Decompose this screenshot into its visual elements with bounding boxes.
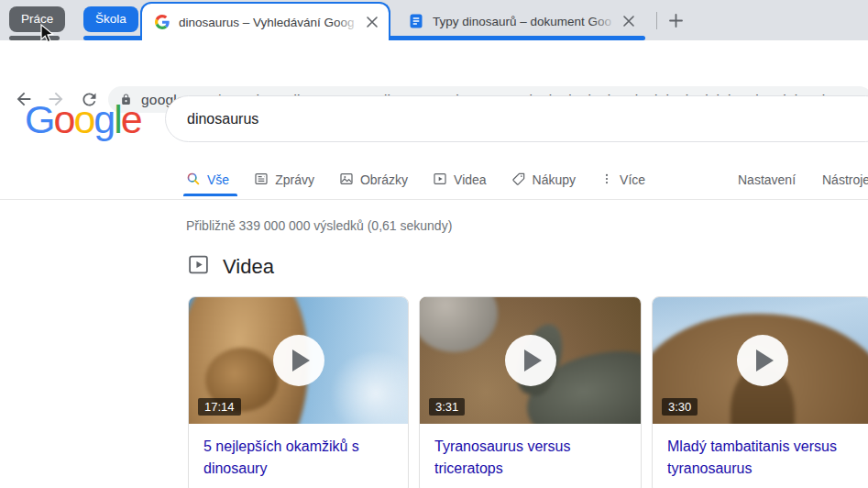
news-icon — [254, 172, 269, 189]
tab-vse[interactable]: Vše — [186, 172, 229, 189]
tab-title: Typy dinosaurů – dokument Goo — [433, 15, 616, 28]
video-thumbnail[interactable]: 3:31 — [420, 297, 641, 424]
shopping-tag-icon — [511, 172, 526, 189]
tab-separator — [656, 12, 657, 29]
settings-link[interactable]: Nastavení — [738, 172, 796, 187]
play-button-icon[interactable] — [273, 335, 324, 386]
new-tab-button[interactable] — [665, 10, 686, 30]
video-card: 3:31 Tyranosaurus versus triceratops — [419, 296, 642, 488]
tab-strip: Práce Škola dinosaurus – Vyhledávání Goo… — [0, 0, 868, 40]
tools-link[interactable]: Nástroje — [822, 172, 868, 187]
tab-label: Nákupy — [533, 172, 576, 187]
tab-group-prace-chip[interactable]: Práce — [9, 6, 65, 32]
google-logo[interactable]: Google — [25, 97, 141, 142]
images-icon — [339, 172, 354, 189]
tab-label: Více — [620, 172, 645, 187]
play-button-icon[interactable] — [737, 335, 788, 386]
logo-letter: o — [73, 97, 93, 142]
result-stats: Přibližně 339 000 000 výsledků (0,61 sek… — [186, 218, 452, 233]
videos-icon — [433, 172, 447, 189]
logo-letter: o — [53, 97, 73, 142]
more-dots-icon — [600, 172, 613, 189]
play-button-icon[interactable] — [505, 335, 556, 386]
video-section-icon — [187, 253, 210, 280]
tab-google-docs[interactable]: Typy dinosaurů – dokument Goo — [396, 2, 645, 40]
video-duration: 17:14 — [198, 398, 241, 416]
tab-zpravy[interactable]: Zprávy — [254, 172, 314, 189]
search-query-text: dinosaurus — [187, 111, 258, 128]
tab-label: Videa — [454, 172, 487, 187]
tab-title: dinosaurus – Vyhledávání Goog — [179, 16, 359, 29]
header-divider — [0, 199, 868, 200]
logo-letter: l — [114, 97, 121, 142]
video-card: 17:14 5 nejlepších okamžiků s dinosaury — [188, 296, 409, 488]
close-icon[interactable] — [620, 12, 638, 30]
tab-nakupy[interactable]: Nákupy — [511, 172, 576, 189]
tab-label: Zprávy — [275, 172, 314, 187]
google-docs-favicon — [409, 14, 423, 28]
tab-google-search[interactable]: dinosaurus – Vyhledávání Goog — [140, 2, 390, 40]
browser-window: Práce Škola dinosaurus – Vyhledávání Goo… — [0, 0, 868, 488]
video-title-link[interactable]: Tyranosaurus versus triceratops — [420, 424, 641, 488]
active-tab-underline — [183, 194, 237, 196]
logo-letter: g — [93, 97, 114, 142]
close-icon[interactable] — [363, 13, 381, 31]
video-card: 3:30 Mladý tambatitanis versus tyranosau… — [652, 296, 868, 488]
video-title-link[interactable]: Mladý tambatitanis versus tyranosaurus — [653, 424, 868, 488]
search-icon — [186, 172, 201, 189]
video-duration: 3:31 — [429, 398, 465, 416]
browser-toolbar: google.com/search?q=dinosaur&oq=dino&aqs… — [0, 40, 868, 77]
search-input[interactable]: dinosaurus — [165, 95, 868, 142]
thumbnail-art — [325, 352, 408, 424]
videos-heading: Videa — [187, 253, 274, 280]
logo-letter: G — [25, 97, 53, 142]
video-title-link[interactable]: 5 nejlepších okamžiků s dinosaury — [189, 424, 408, 488]
tab-vice[interactable]: Více — [600, 172, 645, 189]
thumbnail-art — [420, 297, 498, 352]
video-duration: 3:30 — [662, 398, 698, 416]
video-thumbnail[interactable]: 3:30 — [653, 297, 868, 424]
tab-group-skola-chip[interactable]: Škola — [83, 6, 138, 32]
tab-label: Vše — [207, 172, 229, 187]
logo-letter: e — [121, 97, 141, 142]
result-nav: Vše Zprávy Obrázky Vide — [186, 168, 645, 192]
tab-label: Obrázky — [360, 172, 408, 187]
google-favicon — [155, 15, 170, 29]
tab-videa[interactable]: Videa — [433, 172, 487, 189]
videos-heading-label: Videa — [223, 255, 274, 279]
tab-obrazky[interactable]: Obrázky — [339, 172, 408, 189]
video-thumbnail[interactable]: 17:14 — [189, 297, 408, 424]
